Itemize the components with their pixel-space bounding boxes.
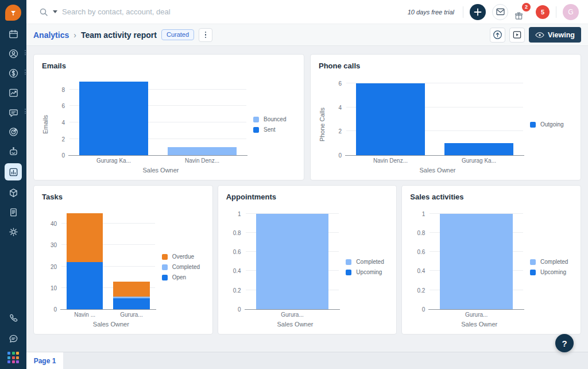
page-tab[interactable]: Page 1: [26, 352, 63, 369]
legend-label: Completed: [540, 259, 568, 265]
chart-title: Tasks: [42, 193, 204, 201]
overflow-dots-icon: [25, 50, 26, 55]
gift-icon: [514, 11, 523, 20]
legend-item-completed[interactable]: Completed: [162, 264, 202, 270]
legend-item-upcoming[interactable]: Upcoming: [346, 269, 386, 275]
quick-add-button[interactable]: [470, 4, 486, 20]
bar-segment-open[interactable]: [67, 262, 103, 309]
legend-swatch: [253, 127, 259, 133]
trial-status: 10 days free trial: [408, 9, 454, 16]
legend-swatch: [530, 122, 536, 128]
sidebar-item-reports[interactable]: [5, 85, 22, 100]
legend-label: Overdue: [172, 253, 194, 260]
report-options-button[interactable]: [199, 28, 212, 42]
report-canvas: Emails Emails 02468Gururag Ka...Navin De…: [26, 46, 588, 352]
legend-label: Bounced: [264, 116, 286, 122]
breadcrumb-analytics-link[interactable]: Analytics: [33, 30, 69, 40]
legend-item-bounced[interactable]: Bounced: [253, 116, 293, 122]
legend-item-overdue[interactable]: Overdue: [162, 253, 202, 260]
bar-segment-sent[interactable]: [79, 82, 148, 155]
y-axis-tick: 0: [226, 306, 241, 313]
divider: [556, 6, 556, 18]
bar-segment-completed[interactable]: [113, 297, 149, 299]
sidebar-bottom: [5, 310, 22, 369]
chart-card-emails: Emails Emails 02468Gururag Ka...Navin De…: [33, 54, 304, 180]
export-button[interactable]: [490, 28, 505, 43]
y-axis-tick: 10: [42, 285, 57, 291]
x-category-label: Gurura...: [430, 312, 523, 318]
search-scope-caret-icon[interactable]: [53, 10, 57, 13]
chat-icon: [8, 107, 19, 118]
chart-title: Phone calls: [319, 62, 572, 70]
chart-title: Appointments: [226, 193, 389, 201]
target-icon: [8, 126, 19, 137]
sidebar-item-documents[interactable]: [5, 205, 22, 220]
y-axis-tick: 4: [327, 104, 342, 110]
app-window: 10 days free trial 2 5 G Analyt: [0, 0, 588, 369]
presentation-button[interactable]: [509, 28, 525, 43]
sidebar-item-conversations[interactable]: [5, 105, 22, 120]
x-category-label: Gurura...: [246, 312, 339, 318]
y-axis-tick: 1: [226, 210, 241, 217]
sidebar-item-products[interactable]: [5, 185, 22, 200]
sidebar-item-settings[interactable]: [5, 224, 22, 239]
phone-icon: [8, 313, 19, 324]
y-axis-tick: 0.2: [226, 287, 241, 293]
whats-new-button[interactable]: 2: [514, 4, 529, 20]
legend-item-sent[interactable]: Sent: [253, 126, 293, 133]
page-title: Team activity report: [81, 30, 157, 40]
sidebar-item-support-chat[interactable]: [5, 331, 22, 346]
legend-swatch: [530, 259, 536, 265]
chart-card-sales-activities: Sales activities 00.20.40.60.81Gurura...…: [401, 185, 581, 335]
help-button[interactable]: ?: [555, 334, 574, 352]
gear-icon: [8, 226, 19, 237]
y-axis-tick: 0.4: [410, 268, 425, 274]
chart-legend: BouncedSent: [252, 74, 296, 175]
legend-item-open[interactable]: Open: [162, 274, 202, 280]
legend-item-completed[interactable]: Completed: [346, 259, 386, 265]
legend-item-upcoming[interactable]: Upcoming: [530, 269, 570, 275]
viewing-mode-button[interactable]: Viewing: [529, 27, 581, 43]
legend-swatch: [346, 270, 351, 275]
sidebar-item-calendar[interactable]: [5, 26, 22, 41]
chart-legend: OverdueCompletedOpen: [161, 205, 204, 329]
bar-segment-overdue[interactable]: [67, 213, 103, 263]
search-input[interactable]: [62, 7, 246, 16]
search-icon: [39, 7, 48, 17]
sidebar-item-contacts[interactable]: [5, 46, 22, 61]
notifications-button[interactable]: 5: [536, 5, 550, 19]
bar-chart-icon: [8, 167, 19, 178]
sidebar-item-phone[interactable]: [5, 310, 22, 325]
bar-segment-open[interactable]: [113, 298, 149, 309]
legend-swatch: [253, 117, 259, 122]
y-axis-tick: 0: [42, 306, 57, 313]
bar-segment-overdue[interactable]: [113, 282, 149, 297]
sidebar-item-deals[interactable]: [5, 66, 22, 80]
user-avatar[interactable]: G: [563, 4, 579, 20]
bar-segment-outgoing[interactable]: [444, 143, 513, 155]
plot-area: 010203040Navin ...Gurura...: [61, 209, 155, 309]
bar-segment-outgoing[interactable]: [356, 83, 425, 155]
apps-switcher-icon[interactable]: [7, 352, 19, 363]
share-export-icon: [493, 30, 502, 40]
bar-segment-completed[interactable]: [256, 214, 329, 310]
sidebar-item-goals[interactable]: [5, 124, 22, 139]
contacts-icon: [8, 48, 19, 59]
global-search: [39, 7, 408, 17]
y-axis-tick: 0: [410, 306, 425, 313]
bar-segment-bounced[interactable]: [168, 147, 237, 155]
page-bar: Page 1: [26, 352, 588, 369]
x-axis-title: Sales Owner: [346, 167, 529, 175]
presentation-play-icon: [512, 30, 522, 40]
freshworks-logo-icon[interactable]: [5, 5, 21, 21]
sidebar-item-bot[interactable]: [5, 144, 22, 159]
legend-item-completed[interactable]: Completed: [530, 259, 570, 265]
chart-title: Sales activities: [410, 193, 572, 201]
bar-segment-completed[interactable]: [440, 214, 513, 310]
email-inbox-button[interactable]: [492, 4, 508, 20]
y-axis-tick: 0.4: [226, 268, 241, 274]
x-category-label: Gurura...: [108, 312, 154, 318]
legend-item-outgoing[interactable]: Outgoing: [530, 121, 570, 128]
legend-swatch: [346, 259, 351, 265]
sidebar-item-analytics[interactable]: [5, 163, 22, 180]
